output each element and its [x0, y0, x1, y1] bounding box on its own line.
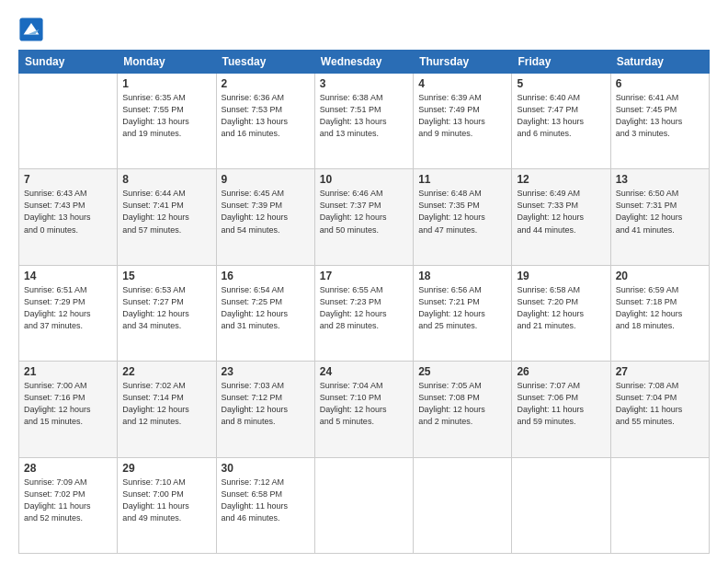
calendar-cell: 16Sunrise: 6:54 AMSunset: 7:25 PMDayligh… — [216, 265, 314, 361]
calendar-cell: 18Sunrise: 6:56 AMSunset: 7:21 PMDayligh… — [414, 265, 512, 361]
calendar-cell: 29Sunrise: 7:10 AMSunset: 7:00 PMDayligh… — [118, 457, 216, 553]
day-info: Sunrise: 6:48 AMSunset: 7:35 PMDaylight:… — [418, 188, 506, 236]
calendar-header-row: SundayMondayTuesdayWednesdayThursdayFrid… — [19, 51, 710, 74]
calendar-cell: 22Sunrise: 7:02 AMSunset: 7:14 PMDayligh… — [118, 362, 216, 457]
day-number: 26 — [517, 365, 605, 378]
day-info: Sunrise: 7:00 AMSunset: 7:16 PMDaylight:… — [24, 380, 112, 428]
calendar-cell: 11Sunrise: 6:48 AMSunset: 7:35 PMDayligh… — [414, 169, 512, 265]
calendar-cell: 19Sunrise: 6:58 AMSunset: 7:20 PMDayligh… — [512, 265, 610, 361]
calendar-cell: 15Sunrise: 6:53 AMSunset: 7:27 PMDayligh… — [118, 265, 216, 361]
day-info: Sunrise: 7:12 AMSunset: 6:58 PMDaylight:… — [222, 477, 310, 524]
calendar-cell: 14Sunrise: 6:51 AMSunset: 7:29 PMDayligh… — [19, 265, 118, 361]
day-info: Sunrise: 6:35 AMSunset: 7:55 PMDaylight:… — [122, 92, 210, 140]
day-info: Sunrise: 7:05 AMSunset: 7:08 PMDaylight:… — [418, 380, 506, 428]
calendar-cell: 3Sunrise: 6:38 AMSunset: 7:51 PMDaylight… — [314, 74, 413, 169]
day-number: 11 — [418, 173, 506, 186]
logo-icon — [18, 17, 44, 42]
weekday-header-thursday: Thursday — [414, 51, 512, 74]
weekday-header-friday: Friday — [512, 51, 610, 74]
page: SundayMondayTuesdayWednesdayThursdayFrid… — [0, 0, 728, 563]
day-info: Sunrise: 7:04 AMSunset: 7:10 PMDaylight:… — [320, 380, 408, 428]
day-number: 9 — [222, 173, 310, 186]
day-number: 10 — [320, 173, 408, 186]
calendar-cell — [314, 457, 413, 553]
day-number: 18 — [418, 270, 506, 282]
day-info: Sunrise: 6:41 AMSunset: 7:45 PMDaylight:… — [616, 92, 704, 140]
calendar-cell — [512, 457, 610, 553]
day-number: 6 — [616, 77, 704, 90]
day-info: Sunrise: 6:55 AMSunset: 7:23 PMDaylight:… — [320, 284, 408, 332]
calendar-cell: 21Sunrise: 7:00 AMSunset: 7:16 PMDayligh… — [19, 362, 118, 457]
calendar-cell: 28Sunrise: 7:09 AMSunset: 7:02 PMDayligh… — [19, 457, 118, 553]
calendar-cell: 7Sunrise: 6:43 AMSunset: 7:43 PMDaylight… — [19, 169, 118, 265]
day-info: Sunrise: 7:09 AMSunset: 7:02 PMDaylight:… — [24, 477, 112, 524]
calendar-cell: 13Sunrise: 6:50 AMSunset: 7:31 PMDayligh… — [610, 169, 709, 265]
calendar-cell: 20Sunrise: 6:59 AMSunset: 7:18 PMDayligh… — [610, 265, 709, 361]
calendar-week-5: 28Sunrise: 7:09 AMSunset: 7:02 PMDayligh… — [19, 457, 710, 553]
day-number: 28 — [24, 462, 112, 475]
day-info: Sunrise: 7:07 AMSunset: 7:06 PMDaylight:… — [517, 380, 605, 428]
day-info: Sunrise: 7:03 AMSunset: 7:12 PMDaylight:… — [222, 380, 310, 428]
day-number: 23 — [222, 365, 310, 378]
day-number: 15 — [122, 270, 210, 282]
day-number: 5 — [517, 77, 605, 90]
weekday-header-sunday: Sunday — [19, 51, 118, 74]
calendar-cell — [414, 457, 512, 553]
calendar-cell: 2Sunrise: 6:36 AMSunset: 7:53 PMDaylight… — [216, 74, 314, 169]
calendar-cell: 27Sunrise: 7:08 AMSunset: 7:04 PMDayligh… — [610, 362, 709, 457]
calendar-cell: 4Sunrise: 6:39 AMSunset: 7:49 PMDaylight… — [414, 74, 512, 169]
day-info: Sunrise: 6:46 AMSunset: 7:37 PMDaylight:… — [320, 188, 408, 236]
day-number: 20 — [616, 270, 704, 282]
day-number: 2 — [222, 77, 310, 90]
calendar-cell: 8Sunrise: 6:44 AMSunset: 7:41 PMDaylight… — [118, 169, 216, 265]
day-info: Sunrise: 6:36 AMSunset: 7:53 PMDaylight:… — [222, 92, 310, 140]
calendar-cell: 5Sunrise: 6:40 AMSunset: 7:47 PMDaylight… — [512, 74, 610, 169]
weekday-header-saturday: Saturday — [610, 51, 709, 74]
day-info: Sunrise: 6:44 AMSunset: 7:41 PMDaylight:… — [122, 188, 210, 236]
calendar-week-3: 14Sunrise: 6:51 AMSunset: 7:29 PMDayligh… — [19, 265, 710, 361]
calendar-cell: 1Sunrise: 6:35 AMSunset: 7:55 PMDaylight… — [118, 74, 216, 169]
calendar-week-2: 7Sunrise: 6:43 AMSunset: 7:43 PMDaylight… — [19, 169, 710, 265]
calendar-cell: 12Sunrise: 6:49 AMSunset: 7:33 PMDayligh… — [512, 169, 610, 265]
day-info: Sunrise: 6:40 AMSunset: 7:47 PMDaylight:… — [517, 92, 605, 140]
day-number: 19 — [517, 270, 605, 282]
header — [18, 17, 710, 42]
day-info: Sunrise: 6:53 AMSunset: 7:27 PMDaylight:… — [122, 284, 210, 332]
day-info: Sunrise: 6:51 AMSunset: 7:29 PMDaylight:… — [24, 284, 112, 332]
day-info: Sunrise: 6:43 AMSunset: 7:43 PMDaylight:… — [24, 188, 112, 236]
day-number: 24 — [320, 365, 408, 378]
day-info: Sunrise: 6:39 AMSunset: 7:49 PMDaylight:… — [418, 92, 506, 140]
day-number: 30 — [222, 462, 310, 475]
day-number: 13 — [616, 173, 704, 186]
day-number: 4 — [418, 77, 506, 90]
calendar-cell — [19, 74, 118, 169]
day-number: 14 — [24, 270, 112, 282]
calendar-cell: 26Sunrise: 7:07 AMSunset: 7:06 PMDayligh… — [512, 362, 610, 457]
day-number: 8 — [122, 173, 210, 186]
calendar-cell: 25Sunrise: 7:05 AMSunset: 7:08 PMDayligh… — [414, 362, 512, 457]
day-info: Sunrise: 7:08 AMSunset: 7:04 PMDaylight:… — [616, 380, 704, 428]
day-info: Sunrise: 6:38 AMSunset: 7:51 PMDaylight:… — [320, 92, 408, 140]
day-info: Sunrise: 6:54 AMSunset: 7:25 PMDaylight:… — [222, 284, 310, 332]
day-info: Sunrise: 6:50 AMSunset: 7:31 PMDaylight:… — [616, 188, 704, 236]
day-number: 3 — [320, 77, 408, 90]
weekday-header-wednesday: Wednesday — [314, 51, 413, 74]
weekday-header-monday: Monday — [118, 51, 216, 74]
calendar-week-4: 21Sunrise: 7:00 AMSunset: 7:16 PMDayligh… — [19, 362, 710, 457]
day-number: 22 — [122, 365, 210, 378]
day-info: Sunrise: 6:58 AMSunset: 7:20 PMDaylight:… — [517, 284, 605, 332]
day-info: Sunrise: 6:59 AMSunset: 7:18 PMDaylight:… — [616, 284, 704, 332]
day-info: Sunrise: 6:45 AMSunset: 7:39 PMDaylight:… — [222, 188, 310, 236]
day-number: 7 — [24, 173, 112, 186]
day-number: 29 — [122, 462, 210, 475]
day-number: 16 — [222, 270, 310, 282]
day-number: 1 — [122, 77, 210, 90]
day-number: 21 — [24, 365, 112, 378]
day-info: Sunrise: 7:10 AMSunset: 7:00 PMDaylight:… — [122, 477, 210, 524]
day-number: 17 — [320, 270, 408, 282]
calendar-cell: 9Sunrise: 6:45 AMSunset: 7:39 PMDaylight… — [216, 169, 314, 265]
logo — [18, 17, 46, 42]
day-number: 12 — [517, 173, 605, 186]
weekday-header-tuesday: Tuesday — [216, 51, 314, 74]
calendar: SundayMondayTuesdayWednesdayThursdayFrid… — [18, 50, 710, 554]
